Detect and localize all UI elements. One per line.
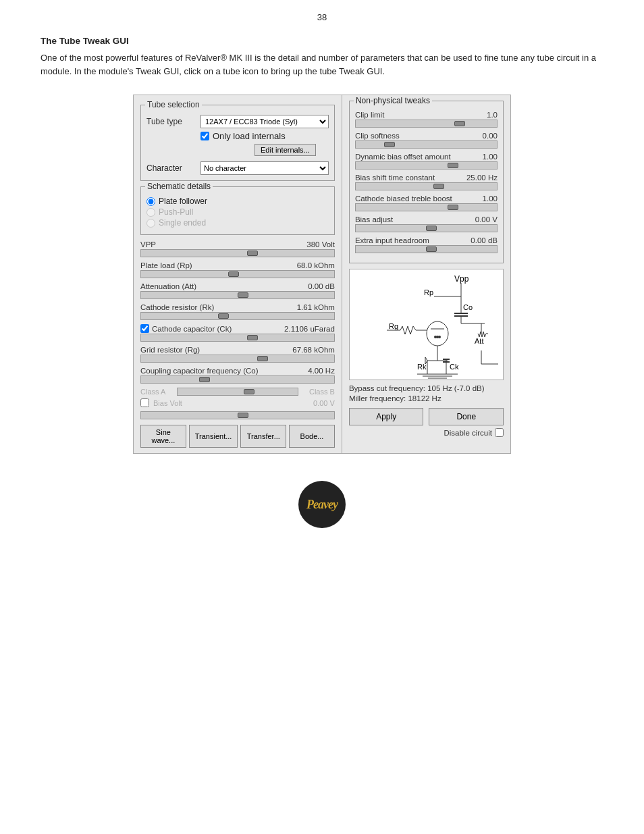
cathode-capacitor-slider-row: Cathode capacitor (Ck) 2.1106 uFarad <box>140 324 335 342</box>
grid-resistor-slider[interactable] <box>140 355 335 363</box>
right-panel: Non-physical tweaks Clip limit 1.0 <box>342 95 510 453</box>
plate-load-thumb[interactable] <box>228 271 239 277</box>
attenuation-thumb[interactable] <box>238 292 248 298</box>
disable-circuit-label: Disable circuit <box>444 429 492 437</box>
bias-shift-slider[interactable] <box>355 182 498 190</box>
bias-volt-slider[interactable] <box>140 411 335 419</box>
clip-limit-thumb[interactable] <box>454 121 465 126</box>
plate-follower-radio[interactable] <box>146 197 155 206</box>
class-b-label: Class B <box>301 388 335 396</box>
attenuation-slider[interactable] <box>140 291 335 299</box>
dynamic-bias-thumb[interactable] <box>448 163 458 168</box>
cathode-capacitor-label: Cathode capacitor (Ck) <box>152 325 232 333</box>
miller-text: Miller frequency: 18122 Hz <box>349 394 504 402</box>
schematic-diagram: Vpp Rp Co <box>349 269 504 380</box>
peavey-logo-text: Peavey <box>306 498 338 512</box>
sliders-section: VPP 380 Volt Plate load (Rp) 68.0 kOhm <box>140 240 335 419</box>
dynamic-bias-slider[interactable] <box>355 161 498 170</box>
cathode-capacitor-value: 2.1106 uFarad <box>284 325 335 333</box>
bias-volt-thumb[interactable] <box>238 413 248 418</box>
bias-shift-thumb[interactable] <box>433 184 444 189</box>
extra-input-thumb[interactable] <box>426 246 437 252</box>
only-load-internals-row: Only load internals <box>200 131 329 141</box>
character-row: Character No character <box>146 161 329 175</box>
attenuation-label: Attenuation (Att) <box>140 282 196 290</box>
page-number: 38 <box>0 12 644 22</box>
bode-button[interactable]: Bode... <box>289 425 335 448</box>
bias-shift-value: 25.00 Hz <box>466 174 498 182</box>
single-ended-radio <box>146 219 155 228</box>
push-pull-row: Push-Pull <box>146 207 329 217</box>
peavey-logo: Peavey <box>298 481 346 528</box>
done-button[interactable]: Done <box>429 408 504 425</box>
single-ended-label: Single ended <box>159 218 206 228</box>
vpp-slider[interactable] <box>140 249 335 257</box>
cathode-resistor-label: Cathode resistor (Rk) <box>140 303 214 311</box>
cathode-treble-slider[interactable] <box>355 203 498 211</box>
only-load-internals-checkbox[interactable] <box>200 132 209 140</box>
plate-load-label: Plate load (Rp) <box>140 261 192 269</box>
coupling-capacitor-slider-row: Coupling capacitor frequency (Co) 4.00 H… <box>140 367 335 384</box>
extra-input-slider[interactable] <box>355 245 498 253</box>
svg-text:Co: Co <box>463 303 473 311</box>
disable-circuit-row: Disable circuit <box>349 428 504 437</box>
extra-input-label: Extra input headroom <box>355 236 429 244</box>
bias-adjust-thumb[interactable] <box>426 226 437 231</box>
class-ab-slider[interactable] <box>177 388 298 396</box>
bias-volt-checkbox[interactable] <box>140 398 149 407</box>
character-select[interactable]: No character <box>200 161 329 175</box>
bias-adjust-slider[interactable] <box>355 224 498 232</box>
cathode-capacitor-slider[interactable] <box>140 334 335 342</box>
schematic-details-title: Schematic details <box>145 182 213 191</box>
cathode-treble-thumb[interactable] <box>448 205 458 210</box>
apply-button[interactable]: Apply <box>349 408 424 425</box>
cathode-capacitor-thumb[interactable] <box>247 335 258 340</box>
analysis-buttons: Sine wave... Transient... Transfer... Bo… <box>140 425 335 448</box>
vpp-thumb[interactable] <box>247 251 258 256</box>
svg-point-13 <box>427 321 448 346</box>
cathode-capacitor-checkbox[interactable] <box>140 324 149 333</box>
coupling-capacitor-thumb[interactable] <box>199 377 210 382</box>
edit-internals-button[interactable]: Edit internals... <box>254 144 316 156</box>
vpp-slider-row: VPP 380 Volt <box>140 240 335 257</box>
class-a-label: Class A <box>140 388 174 396</box>
clip-limit-value: 1.0 <box>487 111 498 119</box>
clip-limit-slider[interactable] <box>355 120 498 128</box>
coupling-capacitor-value: 4.00 Hz <box>308 367 335 375</box>
svg-point-17 <box>438 336 441 338</box>
grid-resistor-value: 67.68 kOhm <box>292 346 335 354</box>
svg-text:Att: Att <box>475 337 483 345</box>
transient-button[interactable]: Transient... <box>189 425 238 448</box>
svg-text:Rp: Rp <box>424 288 433 296</box>
plate-follower-label: Plate follower <box>159 197 207 206</box>
cathode-treble-value: 1.00 <box>483 194 498 203</box>
grid-resistor-slider-row: Grid resistor (Rg) 67.68 kOhm <box>140 346 335 363</box>
plate-load-slider[interactable] <box>140 270 335 278</box>
clip-softness-thumb[interactable] <box>384 142 395 147</box>
bias-adjust-label: Bias adjust <box>355 215 393 224</box>
bias-shift-label: Bias shift time constant <box>355 174 435 182</box>
cathode-resistor-value: 1.61 kOhm <box>297 303 335 311</box>
dynamic-bias-slider-row: Dynamic bias offset amount 1.00 <box>355 153 498 170</box>
left-panel: Tube selection Tube type 12AX7 / ECC83 T… <box>134 95 342 453</box>
cathode-resistor-slider[interactable] <box>140 312 335 320</box>
clip-softness-slider[interactable] <box>355 140 498 149</box>
grid-resistor-label: Grid resistor (Rg) <box>140 346 200 354</box>
body-text: One of the most powerful features of ReV… <box>41 51 603 78</box>
clip-softness-slider-row: Clip softness 0.00 <box>355 132 498 149</box>
coupling-capacitor-slider[interactable] <box>140 375 335 384</box>
plate-load-value: 68.0 kOhm <box>297 261 335 269</box>
class-ab-thumb[interactable] <box>244 389 254 394</box>
attenuation-slider-row: Attenuation (Att) 0.00 dB <box>140 282 335 299</box>
disable-circuit-checkbox[interactable] <box>495 428 504 437</box>
cathode-resistor-thumb[interactable] <box>218 313 229 319</box>
push-pull-label: Push-Pull <box>159 207 193 217</box>
transfer-button[interactable]: Transfer... <box>240 425 286 448</box>
vpp-value: 380 Volt <box>306 240 335 249</box>
bias-volt-row: Bias Volt 0.00 V <box>140 398 335 407</box>
sine-wave-button[interactable]: Sine wave... <box>140 425 186 448</box>
bias-adjust-value: 0.00 V <box>475 215 498 224</box>
tube-type-select[interactable]: 12AX7 / ECC83 Triode (Syl) <box>200 115 329 128</box>
extra-input-slider-row: Extra input headroom 0.00 dB <box>355 236 498 253</box>
grid-resistor-thumb[interactable] <box>257 356 268 361</box>
